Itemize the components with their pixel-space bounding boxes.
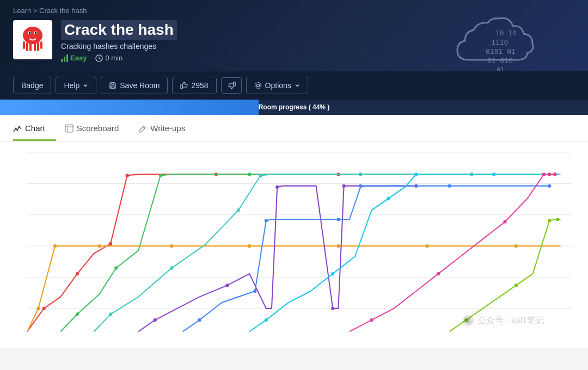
svg-point-98 (548, 219, 551, 222)
svg-point-94 (542, 172, 546, 176)
svg-text:1110: 1110 (491, 38, 508, 46)
svg-text:01: 01 (497, 66, 504, 71)
svg-point-88 (387, 197, 390, 200)
svg-point-99 (556, 218, 559, 221)
svg-point-82 (336, 218, 340, 221)
svg-text:10   10: 10 10 (495, 29, 517, 37)
svg-rect-27 (65, 125, 73, 132)
tab-writeups-label: Write-ups (150, 124, 185, 133)
tab-writeups[interactable]: Write-ups (138, 115, 196, 141)
svg-point-43 (42, 307, 46, 310)
svg-point-58 (36, 307, 40, 310)
tabs-container: Chart Scoreboard Write-ups (0, 115, 588, 141)
svg-point-51 (76, 312, 79, 316)
svg-point-70 (359, 172, 362, 176)
breadcrumb-learn[interactable]: Learn (13, 7, 31, 15)
badge-button[interactable]: Badge (13, 77, 51, 94)
svg-point-44 (76, 272, 79, 275)
svg-point-93 (503, 220, 506, 223)
svg-point-87 (331, 272, 334, 275)
difficulty-badge: Easy (61, 54, 87, 62)
svg-point-60 (98, 244, 101, 248)
like-count: 2958 (191, 81, 208, 90)
svg-point-53 (159, 174, 162, 177)
chart-area: 50 100 150 200 250 300 (0, 141, 588, 348)
svg-rect-5 (35, 32, 36, 34)
svg-point-74 (225, 283, 229, 287)
room-title: Crack the hash (61, 20, 177, 40)
svg-point-61 (170, 244, 173, 248)
svg-point-77 (342, 184, 346, 187)
svg-rect-11 (40, 41, 42, 49)
svg-point-73 (154, 318, 157, 322)
svg-point-64 (426, 244, 429, 248)
progress-label: Room progress ( 44% ) (259, 103, 330, 111)
help-button[interactable]: Help (56, 77, 96, 94)
tab-scoreboard-label: Scoreboard (77, 124, 119, 133)
svg-point-84 (448, 184, 451, 187)
svg-point-68 (237, 208, 240, 212)
breadcrumb-current: Crack the hash (39, 7, 87, 15)
svg-point-96 (464, 318, 468, 322)
svg-point-76 (331, 307, 334, 310)
svg-text:01    010: 01 010 (487, 57, 513, 65)
page-header: Learn > Crack the hash (0, 0, 588, 71)
svg-rect-10 (37, 42, 39, 51)
svg-point-95 (553, 172, 556, 176)
svg-point-22 (256, 84, 259, 87)
svg-point-89 (414, 172, 418, 176)
svg-rect-4 (29, 32, 30, 34)
tab-chart-label: Chart (25, 124, 45, 133)
svg-point-91 (370, 318, 373, 322)
svg-text:0101  01: 0101 01 (486, 47, 516, 55)
svg-point-45 (109, 242, 112, 245)
tab-chart[interactable]: Chart (13, 115, 56, 141)
svg-point-83 (359, 184, 362, 187)
svg-rect-9 (34, 43, 36, 51)
svg-point-79 (198, 318, 201, 322)
svg-rect-21 (112, 83, 114, 84)
svg-point-85 (548, 184, 551, 187)
tab-scoreboard[interactable]: Scoreboard (65, 115, 130, 141)
dislike-button[interactable] (221, 77, 242, 94)
svg-point-66 (109, 312, 112, 316)
svg-point-67 (170, 266, 173, 269)
svg-point-81 (265, 219, 268, 222)
room-avatar (13, 20, 52, 59)
svg-line-14 (99, 58, 101, 59)
svg-point-92 (437, 272, 440, 275)
svg-point-69 (259, 174, 262, 177)
svg-point-75 (275, 186, 279, 189)
svg-point-62 (248, 244, 251, 248)
svg-point-63 (336, 244, 340, 248)
svg-point-52 (114, 266, 118, 269)
like-button[interactable]: 2958 (172, 77, 216, 94)
svg-point-86 (265, 318, 268, 322)
options-button[interactable]: Options (246, 77, 308, 94)
svg-point-59 (53, 244, 57, 248)
svg-rect-8 (29, 43, 32, 51)
save-room-button[interactable]: Save Room (101, 77, 168, 94)
cloud-decoration: 10 10 1110 0101 01 01 010 01 (446, 8, 555, 71)
svg-rect-6 (23, 41, 25, 49)
svg-point-54 (248, 172, 251, 176)
svg-point-23 (255, 83, 261, 89)
svg-point-80 (253, 289, 256, 293)
svg-point-65 (514, 244, 518, 248)
svg-point-46 (126, 174, 129, 177)
svg-point-25 (17, 129, 19, 131)
svg-point-26 (19, 126, 20, 127)
svg-point-24 (15, 127, 17, 129)
svg-rect-20 (111, 86, 114, 88)
svg-point-97 (514, 283, 518, 287)
time-meta: 0 min (95, 54, 122, 62)
progress-container: Room progress ( 44% ) (0, 100, 588, 115)
progress-bar (0, 100, 259, 115)
svg-point-1 (23, 27, 42, 44)
svg-point-90 (492, 172, 495, 176)
svg-rect-7 (26, 42, 28, 51)
toolbar: Badge Help Save Room 2958 Options (0, 71, 588, 100)
